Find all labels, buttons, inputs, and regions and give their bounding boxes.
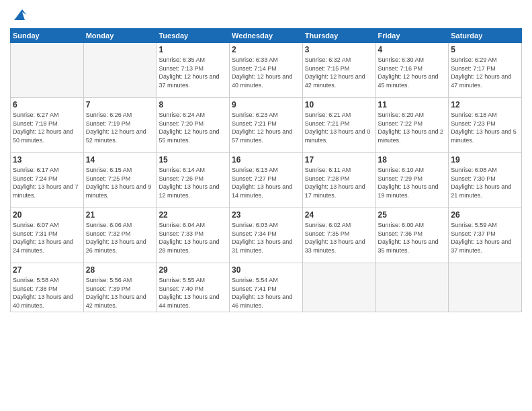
sunset-text: Sunset: 7:21 PM	[305, 120, 373, 128]
sunset-text: Sunset: 7:15 PM	[305, 64, 373, 73]
day-number: 24	[305, 210, 373, 220]
daylight-text: Daylight: 13 hours and 0 minutes.	[305, 128, 373, 144]
weekday-header-tuesday: Tuesday	[157, 29, 230, 43]
daylight-text: Daylight: 13 hours and 7 minutes.	[13, 183, 81, 199]
day-info: Sunrise: 6:32 AMSunset: 7:15 PMDaylight:…	[305, 56, 373, 89]
day-number: 20	[13, 210, 81, 220]
day-info: Sunrise: 5:55 AMSunset: 7:40 PMDaylight:…	[159, 276, 227, 310]
day-number: 28	[86, 265, 154, 275]
day-info: Sunrise: 6:29 AMSunset: 7:17 PMDaylight:…	[451, 56, 519, 89]
day-info: Sunrise: 6:23 AMSunset: 7:21 PMDaylight:…	[232, 111, 300, 144]
daylight-text: Daylight: 13 hours and 24 minutes.	[13, 238, 81, 255]
daylight-text: Daylight: 13 hours and 37 minutes.	[451, 238, 519, 255]
daylight-text: Daylight: 13 hours and 46 minutes.	[232, 293, 300, 310]
calendar-cell: 29Sunrise: 5:55 AMSunset: 7:40 PMDayligh…	[157, 263, 230, 312]
daylight-text: Daylight: 13 hours and 26 minutes.	[86, 238, 154, 255]
daylight-text: Daylight: 12 hours and 40 minutes.	[232, 73, 300, 89]
calendar-cell: 21Sunrise: 6:06 AMSunset: 7:32 PMDayligh…	[83, 208, 157, 263]
sunset-text: Sunset: 7:16 PM	[378, 64, 447, 73]
calendar-cell: 20Sunrise: 6:07 AMSunset: 7:31 PMDayligh…	[11, 208, 84, 263]
calendar-cell: 12Sunrise: 6:18 AMSunset: 7:23 PMDayligh…	[449, 98, 522, 153]
day-number: 29	[159, 265, 227, 275]
daylight-text: Daylight: 12 hours and 42 minutes.	[305, 73, 373, 89]
calendar-week-row: 1Sunrise: 6:35 AMSunset: 7:13 PMDaylight…	[11, 43, 522, 98]
daylight-text: Daylight: 12 hours and 52 minutes.	[86, 128, 154, 144]
sunset-text: Sunset: 7:18 PM	[13, 120, 81, 128]
calendar-cell: 17Sunrise: 6:11 AMSunset: 7:28 PMDayligh…	[302, 153, 375, 208]
sunset-text: Sunset: 7:29 PM	[378, 175, 447, 183]
day-number: 9	[232, 100, 300, 109]
sunrise-text: Sunrise: 5:59 AM	[451, 221, 519, 230]
sunrise-text: Sunrise: 6:14 AM	[159, 166, 227, 175]
daylight-text: Daylight: 13 hours and 40 minutes.	[13, 293, 81, 310]
sunrise-text: Sunrise: 6:23 AM	[232, 111, 300, 120]
weekday-header-thursday: Thursday	[302, 29, 375, 43]
weekday-header-wednesday: Wednesday	[230, 29, 303, 43]
calendar-cell: 16Sunrise: 6:13 AMSunset: 7:27 PMDayligh…	[230, 153, 303, 208]
daylight-text: Daylight: 13 hours and 35 minutes.	[378, 238, 447, 255]
sunrise-text: Sunrise: 6:33 AM	[232, 56, 300, 64]
sunset-text: Sunset: 7:20 PM	[159, 120, 227, 128]
calendar-cell: 25Sunrise: 6:00 AMSunset: 7:36 PMDayligh…	[375, 208, 449, 263]
sunrise-text: Sunrise: 6:13 AM	[232, 166, 300, 175]
calendar-cell	[302, 263, 375, 312]
day-info: Sunrise: 6:10 AMSunset: 7:29 PMDaylight:…	[378, 166, 447, 199]
sunrise-text: Sunrise: 6:02 AM	[305, 221, 373, 230]
daylight-text: Daylight: 12 hours and 57 minutes.	[232, 128, 300, 144]
day-info: Sunrise: 6:06 AMSunset: 7:32 PMDaylight:…	[86, 221, 154, 255]
day-info: Sunrise: 6:30 AMSunset: 7:16 PMDaylight:…	[378, 56, 447, 89]
sunset-text: Sunset: 7:39 PM	[86, 285, 154, 293]
calendar-table: SundayMondayTuesdayWednesdayThursdayFrid…	[10, 28, 522, 312]
sunset-text: Sunset: 7:38 PM	[13, 285, 81, 293]
sunset-text: Sunset: 7:26 PM	[159, 175, 227, 183]
sunrise-text: Sunrise: 6:11 AM	[305, 166, 373, 175]
day-info: Sunrise: 6:13 AMSunset: 7:27 PMDaylight:…	[232, 166, 300, 199]
day-info: Sunrise: 6:04 AMSunset: 7:33 PMDaylight:…	[159, 221, 227, 255]
sunrise-text: Sunrise: 6:30 AM	[378, 56, 447, 64]
day-number: 17	[305, 155, 373, 165]
day-info: Sunrise: 6:11 AMSunset: 7:28 PMDaylight:…	[305, 166, 373, 199]
daylight-text: Daylight: 13 hours and 21 minutes.	[451, 183, 519, 199]
day-info: Sunrise: 6:21 AMSunset: 7:21 PMDaylight:…	[305, 111, 373, 144]
calendar-cell: 2Sunrise: 6:33 AMSunset: 7:14 PMDaylight…	[230, 43, 303, 98]
calendar-cell: 27Sunrise: 5:58 AMSunset: 7:38 PMDayligh…	[11, 263, 84, 312]
day-number: 8	[159, 100, 227, 109]
day-number: 25	[378, 210, 447, 220]
day-number: 18	[378, 155, 447, 165]
header	[10, 7, 522, 23]
sunrise-text: Sunrise: 6:26 AM	[86, 111, 154, 120]
calendar-cell: 24Sunrise: 6:02 AMSunset: 7:35 PMDayligh…	[302, 208, 375, 263]
sunset-text: Sunset: 7:35 PM	[305, 230, 373, 238]
sunrise-text: Sunrise: 6:18 AM	[451, 111, 519, 120]
day-number: 13	[13, 155, 81, 165]
calendar-cell: 6Sunrise: 6:27 AMSunset: 7:18 PMDaylight…	[11, 98, 84, 153]
day-number: 5	[451, 45, 519, 54]
day-number: 22	[159, 210, 227, 220]
daylight-text: Daylight: 13 hours and 28 minutes.	[159, 238, 227, 255]
calendar-cell: 14Sunrise: 6:15 AMSunset: 7:25 PMDayligh…	[83, 153, 157, 208]
weekday-header-monday: Monday	[83, 29, 157, 43]
day-number: 4	[378, 45, 447, 54]
sunset-text: Sunset: 7:27 PM	[232, 175, 300, 183]
calendar-cell: 11Sunrise: 6:20 AMSunset: 7:22 PMDayligh…	[375, 98, 449, 153]
day-info: Sunrise: 6:27 AMSunset: 7:18 PMDaylight:…	[13, 111, 81, 144]
calendar-week-row: 6Sunrise: 6:27 AMSunset: 7:18 PMDaylight…	[11, 98, 522, 153]
day-number: 11	[378, 100, 447, 109]
calendar-cell: 30Sunrise: 5:54 AMSunset: 7:41 PMDayligh…	[230, 263, 303, 312]
calendar-cell: 26Sunrise: 5:59 AMSunset: 7:37 PMDayligh…	[449, 208, 522, 263]
calendar-cell: 8Sunrise: 6:24 AMSunset: 7:20 PMDaylight…	[157, 98, 230, 153]
sunrise-text: Sunrise: 5:54 AM	[232, 276, 300, 285]
day-info: Sunrise: 6:14 AMSunset: 7:26 PMDaylight:…	[159, 166, 227, 199]
sunrise-text: Sunrise: 6:04 AM	[159, 221, 227, 230]
day-number: 3	[305, 45, 373, 54]
day-number: 19	[451, 155, 519, 165]
sunset-text: Sunset: 7:31 PM	[13, 230, 81, 238]
sunrise-text: Sunrise: 6:17 AM	[13, 166, 81, 175]
sunset-text: Sunset: 7:32 PM	[86, 230, 154, 238]
daylight-text: Daylight: 12 hours and 55 minutes.	[159, 128, 227, 144]
sunrise-text: Sunrise: 6:32 AM	[305, 56, 373, 64]
day-info: Sunrise: 6:26 AMSunset: 7:19 PMDaylight:…	[86, 111, 154, 144]
sunrise-text: Sunrise: 6:24 AM	[159, 111, 227, 120]
day-number: 21	[86, 210, 154, 220]
sunset-text: Sunset: 7:40 PM	[159, 285, 227, 293]
